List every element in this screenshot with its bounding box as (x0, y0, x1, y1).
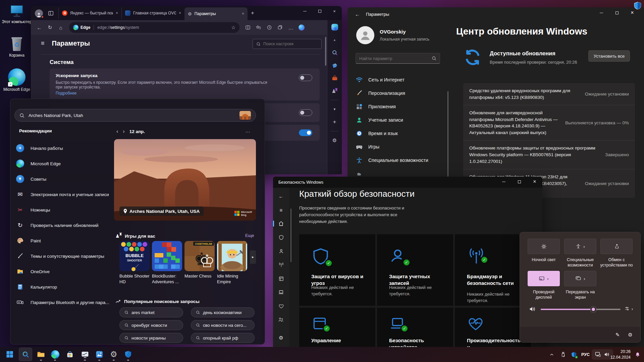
audio-output-selector[interactable]: › (624, 305, 633, 312)
app-control-icon[interactable] (277, 274, 285, 283)
family-options-icon[interactable] (277, 315, 285, 324)
list-item-check-updates[interactable]: ↻ Проверить наличие обновлений (16, 218, 112, 232)
games-scroll-right-icon[interactable]: ► (250, 250, 256, 264)
tray-defender-icon[interactable]: ✓ (571, 347, 577, 362)
settings-menu-icon[interactable]: ≡ (41, 40, 45, 47)
tray-clock[interactable]: 20:2612.04.2024 (610, 347, 631, 362)
desktop-icon-recycle-bin[interactable]: ♻ Корзина (1, 36, 33, 58)
nearby-sharing-button[interactable] (600, 239, 633, 254)
tab-yandex[interactable]: Я Яндекс — быстрый поиск × (58, 7, 121, 19)
photo-location-badge[interactable]: Arches National Park, Utah, USA (119, 206, 204, 216)
defender-button[interactable] (121, 348, 135, 361)
tray-chevron-up[interactable] (549, 347, 554, 362)
startup-boost-toggle[interactable] (299, 74, 312, 81)
accessibility-button[interactable]: › (564, 239, 596, 254)
search-taskbar-button[interactable] (19, 348, 32, 361)
trending-pill[interactable]: опорный край рф (191, 333, 255, 343)
home-icon[interactable] (277, 219, 285, 228)
store-button[interactable] (63, 348, 76, 361)
search-bar[interactable] (14, 109, 256, 122)
maximize-button[interactable] (512, 177, 527, 187)
list-item-snipping[interactable]: ✂ Ножницы (16, 203, 112, 217)
wired-display-button[interactable]: › (528, 271, 560, 286)
sidebar-item-time-language[interactable]: Время и язык (351, 127, 445, 140)
firewall-icon[interactable] (277, 260, 285, 269)
browser-profile-button[interactable] (35, 9, 44, 18)
trending-pill[interactable]: новости украины (119, 333, 183, 343)
game-card-blockbuster[interactable]: BlockBuster: Adventures ... (152, 241, 182, 285)
account-protection-icon[interactable] (277, 247, 285, 255)
install-all-button[interactable]: Установить все (588, 50, 630, 62)
more-menu-icon[interactable]: … (286, 22, 296, 33)
new-tab-button[interactable]: + (248, 8, 258, 18)
tile-app-control[interactable]: ✓ Управление (299, 308, 375, 347)
copilot-button[interactable] (297, 22, 307, 33)
site-info-badge[interactable]: Edge (73, 25, 94, 30)
shopping-tag-icon[interactable] (331, 62, 338, 69)
tab-close-icon[interactable]: × (242, 11, 244, 16)
sidebar-item-gaming[interactable]: Игры (351, 140, 445, 154)
home-icon[interactable]: ⌂ (56, 22, 66, 33)
file-explorer-button[interactable] (34, 348, 48, 361)
list-item-themes[interactable]: Темы и сопутствующие параметры (16, 249, 112, 263)
user-avatar[interactable] (356, 26, 374, 44)
tab-close-icon[interactable]: × (179, 11, 181, 15)
tile-virus-protection[interactable]: ✓ Защита от вирусов и угроз Никаких дейс… (299, 234, 375, 306)
sidebar-item-accounts[interactable]: Учетные записи (351, 113, 445, 127)
device-health-icon[interactable] (277, 302, 285, 310)
add-sidebar-item-icon[interactable]: + (331, 118, 338, 126)
volume-slider[interactable] (541, 309, 621, 310)
desktop-icon-this-pc[interactable]: Этот компьютер (1, 4, 33, 24)
favorites-icon[interactable] (254, 22, 264, 33)
maximize-button[interactable] (312, 6, 327, 16)
tab-close-icon[interactable]: × (116, 11, 118, 15)
update-row[interactable]: Обновление платформы защиты от вредоносн… (463, 140, 635, 169)
tab-actions-button[interactable] (46, 9, 55, 17)
tile-account-protection[interactable]: ✓ Защита учетных записей Никаких действи… (377, 234, 453, 306)
search-input[interactable] (29, 113, 235, 118)
sidebar-item-accessibility[interactable]: Специальные возможности (351, 154, 445, 167)
list-item-bluetooth-settings[interactable]: Параметры Bluetooth и другие пара... (16, 295, 112, 309)
tray-language[interactable]: РУС (581, 347, 590, 362)
list-item-mail[interactable]: ✉ Электронная почта и учетные записи (16, 187, 112, 201)
back-icon[interactable]: ← (355, 11, 360, 17)
background-apps-toggle[interactable] (299, 129, 312, 136)
maximize-button[interactable] (609, 7, 625, 18)
trending-pill[interactable]: день космонавтики (191, 307, 255, 317)
minimize-button[interactable] (594, 7, 609, 18)
minimize-button[interactable] (496, 177, 512, 187)
volume-slider-thumb[interactable] (590, 306, 596, 312)
sidebar-item-personalization[interactable]: Персонализация (351, 86, 445, 100)
prev-day-icon[interactable]: ‹ (116, 128, 118, 134)
sidebar-item-apps[interactable]: Приложения (351, 100, 445, 113)
scroll-down-icon[interactable]: ▼ (331, 106, 338, 113)
search-result-thumbnail[interactable] (239, 111, 251, 120)
address-bar[interactable]: Edge edge://settings/system ☆ (69, 22, 239, 33)
tab-settings-active[interactable]: ⚙ Параметры × (184, 7, 248, 20)
list-item-get-started[interactable]: ✦ Начало работы (16, 141, 112, 155)
desktop-icon-edge[interactable]: ↗ Microsoft Edge (1, 68, 33, 92)
back-icon[interactable]: ← (277, 192, 285, 200)
sidebar-item-network[interactable]: Сеть и Интернет (351, 73, 445, 86)
list-item-calculator[interactable]: Калькулятор (16, 280, 112, 294)
sidebar-search-icon[interactable] (331, 49, 338, 56)
history-icon[interactable] (264, 22, 274, 33)
settings-gear-icon[interactable]: ⚙ (277, 334, 285, 342)
collections-icon[interactable] (275, 22, 285, 33)
sidebar-settings-icon[interactable]: ⚙ (331, 137, 338, 144)
list-item-onedrive[interactable]: OneDrive (16, 264, 112, 279)
tray-usb-icon[interactable] (560, 347, 566, 362)
minimize-button[interactable] (298, 6, 312, 16)
task-manager-button[interactable] (78, 348, 92, 361)
back-icon[interactable]: ← (34, 22, 44, 33)
security-scrollbar[interactable] (290, 208, 291, 262)
hardware-accel-toggle[interactable] (299, 109, 312, 116)
menu-icon[interactable]: ≡ (277, 205, 285, 214)
device-security-icon[interactable] (277, 288, 285, 297)
learn-more-link[interactable]: Подробнее (56, 91, 314, 96)
game-card-master-chess[interactable]: CODETHISLAB ♚ ♔ Master Chess (184, 241, 215, 279)
tray-network-volume[interactable] (592, 347, 613, 362)
close-button[interactable]: × (527, 177, 542, 187)
trending-pill[interactable]: сво новости на сего... (191, 320, 255, 330)
night-light-button[interactable] (528, 239, 560, 254)
